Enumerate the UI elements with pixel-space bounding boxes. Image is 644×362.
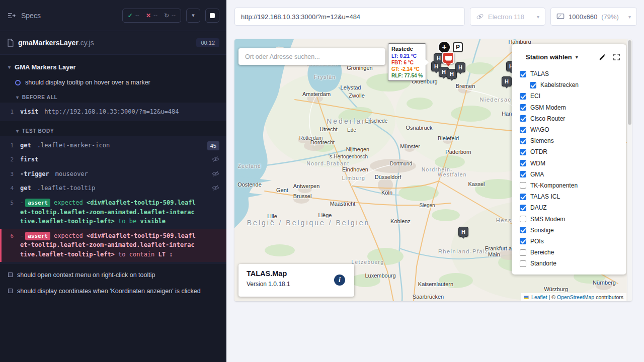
checkbox[interactable]: [520, 260, 526, 267]
stop-run-button[interactable]: [205, 9, 219, 23]
stat-pending: ↻--: [164, 12, 176, 19]
command-row[interactable]: 6-assertexpected <div#leaflet-tooltip-50…: [0, 229, 226, 262]
suite-gma-markers-layer[interactable]: ▾ GMA Markers Layer: [0, 59, 226, 75]
collapse-all-button[interactable]: ▾: [186, 9, 200, 23]
browser-selector[interactable]: Electron 118 ▾: [470, 8, 545, 26]
map-label: Main: [488, 251, 500, 257]
test-active[interactable]: should display tooltip on hover over a m…: [0, 75, 226, 90]
url-bar[interactable]: [234, 8, 465, 26]
station-filter-item[interactable]: TALAS: [520, 68, 620, 79]
station-marker[interactable]: H: [502, 76, 512, 86]
station-filter-item[interactable]: ECI: [520, 90, 620, 102]
station-filter-item[interactable]: Sonstige: [520, 225, 620, 236]
section-toggle[interactable]: ▾TEST BODY: [0, 124, 226, 136]
checkbox[interactable]: [520, 238, 526, 244]
checkbox[interactable]: [520, 104, 526, 111]
spec-header: gmaMarkersLayer.cy.js 00:12: [0, 31, 226, 55]
test-pending[interactable]: should display coordinates when 'Koordin…: [0, 283, 226, 299]
marker-tooltip[interactable]: Rastede LT: 0.21 °CFBT: 6 °CGT: -2.14 °C…: [388, 43, 426, 81]
checkbox[interactable]: [520, 171, 526, 177]
info-button[interactable]: i: [334, 275, 345, 286]
expand-icon[interactable]: [613, 53, 620, 61]
map-scrollbar[interactable]: [627, 39, 632, 301]
assert-badge: assert: [25, 199, 50, 207]
station-filter-item[interactable]: POIs: [520, 236, 620, 247]
station-select-dropdown[interactable]: Station wählen: [526, 53, 572, 61]
station-filter-item[interactable]: OTDR: [520, 146, 620, 157]
station-filter-item[interactable]: Bereiche: [520, 247, 620, 258]
map-label: Zeeland: [238, 163, 262, 169]
spec-name[interactable]: gmaMarkersLayer.cy.js: [18, 39, 94, 47]
viewport-icon: [556, 13, 565, 20]
search-input[interactable]: [238, 48, 385, 65]
checkbox[interactable]: [520, 138, 526, 144]
suite-title: GMA Markers Layer: [15, 63, 76, 71]
hovered-station-marker[interactable]: [442, 52, 454, 64]
spec-extension: .cy.js: [78, 39, 94, 47]
checkbox[interactable]: [520, 227, 526, 233]
station-filter-item[interactable]: Siemens: [520, 135, 620, 146]
test-tree: ▾ GMA Markers Layer should display toolt…: [0, 55, 226, 303]
station-filter-item[interactable]: Cisco Router: [520, 113, 620, 124]
station-filter-item[interactable]: DAUZ: [520, 202, 620, 213]
station-label: Siemens: [530, 137, 554, 144]
station-filter-item[interactable]: SMS Modem: [520, 213, 620, 224]
app-under-test: GroningenLeeuwardenFryslânOldenburgBreme…: [234, 39, 632, 301]
tooltip-values: LT: 0.21 °CFBT: 6 °CGT: -2.14 °CRLF: 77.…: [391, 53, 423, 79]
station-filter-item[interactable]: WDM: [520, 158, 620, 169]
test-pending[interactable]: should open context menu on right-click …: [0, 267, 226, 283]
command-row[interactable]: 2first: [0, 152, 226, 167]
command-row[interactable]: 4get.leaflet-tooltip: [0, 181, 226, 196]
browser-label: Electron 118: [488, 13, 524, 21]
station-filter-item[interactable]: Standorte: [520, 258, 620, 269]
command-row[interactable]: 5-assertexpected <div#leaflet-tooltip-50…: [0, 196, 226, 229]
p-marker[interactable]: P: [453, 42, 463, 52]
station-label: Kabelstrecken: [540, 81, 579, 88]
command-text: get.leaflet-marker-icon: [20, 141, 220, 150]
checkbox[interactable]: [520, 71, 526, 77]
test-stats: ✓-- ✕-- ↻--: [122, 9, 181, 23]
osm-link[interactable]: OpenStreetMap: [557, 294, 594, 300]
checkbox[interactable]: [520, 149, 526, 155]
tooltip-title: Rastede: [391, 45, 423, 53]
station-filter-item[interactable]: TALAS ICL: [520, 191, 620, 202]
leaflet-link[interactable]: Leaflet: [531, 294, 547, 300]
checkbox[interactable]: [520, 194, 526, 200]
add-button-marker[interactable]: +: [439, 42, 450, 53]
section-toggle[interactable]: ▾BEFORE ALL: [0, 90, 226, 103]
checkbox[interactable]: [520, 216, 526, 222]
map-label: Liège: [318, 212, 332, 218]
checkbox[interactable]: [530, 82, 536, 88]
station-marker[interactable]: H: [458, 227, 468, 237]
map-label: Münster: [400, 143, 420, 149]
station-label: SMS Modem: [530, 216, 565, 223]
station-filter-item[interactable]: Kabelstrecken: [520, 79, 620, 90]
station-filter-item[interactable]: TK-Komponenten: [520, 180, 620, 191]
viewport-selector[interactable]: 1000x660 (79%) ▾: [550, 8, 637, 26]
checkbox[interactable]: [520, 249, 526, 256]
map-label: Düsseldorf: [375, 174, 401, 180]
map-label: Nürnberg: [593, 280, 616, 286]
command-row[interactable]: 3-triggermouseover: [0, 167, 226, 182]
scrollbar-thumb[interactable]: [628, 40, 631, 125]
hidden-element-icon: [212, 170, 219, 180]
chevron-down-icon: ▾: [628, 14, 631, 20]
station-filter-item[interactable]: WAGO: [520, 124, 620, 135]
checkbox[interactable]: [520, 182, 526, 189]
command-row[interactable]: 1get.leaflet-marker-icon45: [0, 138, 226, 153]
edit-icon[interactable]: [599, 53, 606, 61]
station-filter-item[interactable]: GSM Modem: [520, 102, 620, 113]
station-filter-item[interactable]: GMA: [520, 169, 620, 180]
specs-menu-icon[interactable]: [7, 12, 16, 19]
checkbox[interactable]: [520, 127, 526, 133]
checkbox[interactable]: [520, 93, 526, 100]
app-version: Version 1.0.18.1: [247, 281, 346, 288]
command-row[interactable]: 1visithttp://192.168.10.33:3000/?m=12&u=…: [0, 105, 226, 119]
map-label: Lëtzebuerg: [351, 259, 384, 265]
checkbox[interactable]: [520, 160, 526, 166]
station-marker[interactable]: H: [455, 62, 465, 72]
checkbox[interactable]: [520, 205, 526, 211]
command-block: 1visithttp://192.168.10.33:3000/?m=12&u=…: [0, 103, 226, 121]
checkbox[interactable]: [520, 115, 526, 122]
passed-icon: ✓: [128, 12, 133, 19]
